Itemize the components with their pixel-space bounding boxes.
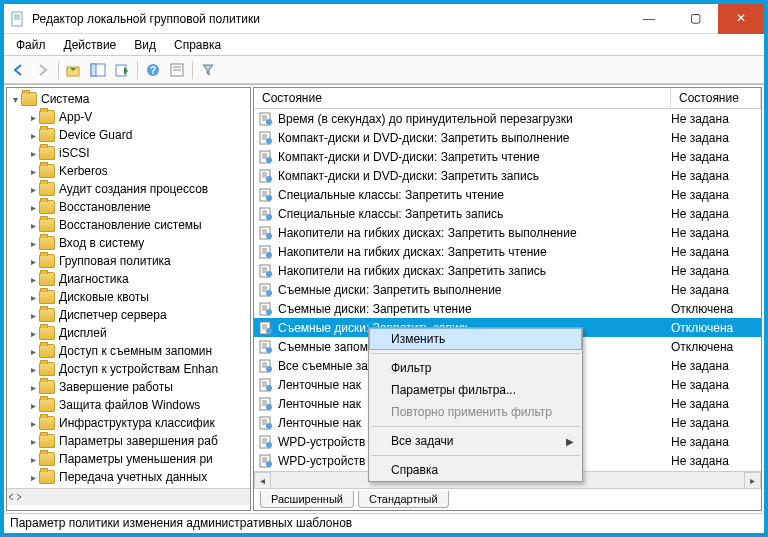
svg-point-77 xyxy=(266,347,272,353)
tree-item[interactable]: ▸Диспетчер сервера xyxy=(7,306,250,324)
context-menu: ИзменитьФильтрПараметры фильтра...Повтор… xyxy=(368,327,583,482)
filter-icon[interactable] xyxy=(197,59,219,81)
svg-rect-6 xyxy=(91,64,96,76)
policy-icon xyxy=(258,130,274,146)
tree-item[interactable]: ▸Восстановление системы xyxy=(7,216,250,234)
tree-label: Параметры завершения раб xyxy=(59,434,218,448)
close-button[interactable]: ✕ xyxy=(718,4,764,34)
up-folder-icon[interactable] xyxy=(63,59,85,81)
list-row[interactable]: Компакт-диски и DVD-диски: Запретить вып… xyxy=(254,128,761,147)
svg-point-67 xyxy=(266,309,272,315)
list-row[interactable]: Специальные классы: Запретить записьНе з… xyxy=(254,204,761,223)
list-row[interactable]: Накопители на гибких дисках: Запретить з… xyxy=(254,261,761,280)
cell-state: Не задана xyxy=(671,188,761,202)
svg-point-87 xyxy=(266,385,272,391)
tree-item[interactable]: ▸Групповая политика xyxy=(7,252,250,270)
list-row[interactable]: Время (в секундах) до принудительной пер… xyxy=(254,109,761,128)
cell-name: Специальные классы: Запретить чтение xyxy=(278,188,663,202)
tree-label: Аудит создания процессов xyxy=(59,182,208,196)
context-menu-item[interactable]: Изменить xyxy=(369,328,582,350)
folder-icon xyxy=(39,182,55,196)
svg-point-47 xyxy=(266,233,272,239)
menu-help[interactable]: Справка xyxy=(166,36,229,54)
tree-label: Система xyxy=(41,92,89,106)
tree-label: App-V xyxy=(59,110,92,124)
policy-icon xyxy=(258,453,274,469)
help-icon[interactable]: ? xyxy=(142,59,164,81)
policy-icon xyxy=(258,434,274,450)
titlebar: Редактор локальной групповой политики — … xyxy=(4,4,764,34)
tree-item[interactable]: ▸iSCSI xyxy=(7,144,250,162)
folder-icon xyxy=(21,92,37,106)
export-list-icon[interactable] xyxy=(111,59,133,81)
detail-tabs: Расширенный Стандартный xyxy=(254,488,761,510)
context-menu-item[interactable]: Справка xyxy=(369,459,582,481)
tree-item[interactable]: ▸Параметры уменьшения ри xyxy=(7,450,250,468)
app-icon xyxy=(10,11,26,27)
back-icon[interactable] xyxy=(8,59,30,81)
svg-point-82 xyxy=(266,366,272,372)
list-row[interactable]: Компакт-диски и DVD-диски: Запретить зап… xyxy=(254,166,761,185)
tree-item[interactable]: ▸Параметры завершения раб xyxy=(7,432,250,450)
column-header-name[interactable]: Состояние xyxy=(254,88,671,108)
context-menu-item[interactable]: Параметры фильтра... xyxy=(369,379,582,401)
tree-item[interactable]: ▸App-V xyxy=(7,108,250,126)
menu-view[interactable]: Вид xyxy=(126,36,164,54)
menu-file[interactable]: Файл xyxy=(8,36,54,54)
context-menu-item[interactable]: Все задачи▶ xyxy=(369,430,582,452)
policy-icon xyxy=(258,225,274,241)
list-row[interactable]: Специальные классы: Запретить чтениеНе з… xyxy=(254,185,761,204)
statusbar: Параметр политики изменения администрати… xyxy=(4,513,764,533)
tree-item[interactable]: ▸Device Guard xyxy=(7,126,250,144)
tree-item[interactable]: ▸Завершение работы xyxy=(7,378,250,396)
tree-item[interactable]: ▸Восстановление xyxy=(7,198,250,216)
tree-item[interactable]: ▸Защита файлов Windows xyxy=(7,396,250,414)
tree-item[interactable]: ▸Аудит создания процессов xyxy=(7,180,250,198)
tree-label: Дисплей xyxy=(59,326,107,340)
folder-icon xyxy=(39,380,55,394)
list-row[interactable]: Съемные диски: Запретить выполнениеНе за… xyxy=(254,280,761,299)
cell-state: Не задана xyxy=(671,169,761,183)
context-menu-item[interactable]: Фильтр xyxy=(369,357,582,379)
tree-label: Параметры уменьшения ри xyxy=(59,452,213,466)
tree-label: Защита файлов Windows xyxy=(59,398,200,412)
properties-icon[interactable] xyxy=(166,59,188,81)
tree-label: Вход в систему xyxy=(59,236,144,250)
folder-icon xyxy=(39,416,55,430)
policy-icon xyxy=(258,206,274,222)
tree-label: Восстановление xyxy=(59,200,151,214)
maximize-button[interactable]: ▢ xyxy=(672,4,718,34)
policy-icon xyxy=(258,396,274,412)
list-row[interactable]: Накопители на гибких дисках: Запретить ч… xyxy=(254,242,761,261)
tree-item[interactable]: ▸Дисплей xyxy=(7,324,250,342)
svg-point-72 xyxy=(266,328,272,334)
show-hide-tree-icon[interactable] xyxy=(87,59,109,81)
tree-pane: ▾Система▸App-V▸Device Guard▸iSCSI▸Kerber… xyxy=(6,87,251,511)
list-row[interactable]: Компакт-диски и DVD-диски: Запретить чте… xyxy=(254,147,761,166)
svg-point-57 xyxy=(266,271,272,277)
tab-extended[interactable]: Расширенный xyxy=(260,491,354,508)
tree-item[interactable]: ▸Инфраструктура классифик xyxy=(7,414,250,432)
context-menu-item: Повторно применить фильтр xyxy=(369,401,582,423)
tree-item[interactable]: ▸Диагностика xyxy=(7,270,250,288)
tree-item[interactable]: ▸Kerberos xyxy=(7,162,250,180)
tree-item[interactable]: ▸Вход в систему xyxy=(7,234,250,252)
tree-root[interactable]: ▾Система xyxy=(7,90,250,108)
list-row[interactable]: Съемные диски: Запретить чтениеОтключена xyxy=(254,299,761,318)
tree-item[interactable]: ▸Передача учетных данных xyxy=(7,468,250,486)
svg-point-62 xyxy=(266,290,272,296)
forward-icon[interactable] xyxy=(32,59,54,81)
tree-item[interactable]: ▸Дисковые квоты xyxy=(7,288,250,306)
tree-item[interactable]: ▸Доступ к съемным запомин xyxy=(7,342,250,360)
tab-standard[interactable]: Стандартный xyxy=(358,491,449,508)
cell-state: Отключена xyxy=(671,340,761,354)
tree-label: Доступ к устройствам Enhan xyxy=(59,362,218,376)
menu-action[interactable]: Действие xyxy=(56,36,125,54)
policy-icon xyxy=(258,358,274,374)
tree-horizontal-scrollbar[interactable] xyxy=(7,488,250,505)
tree-item[interactable]: ▸Доступ к устройствам Enhan xyxy=(7,360,250,378)
column-header-state[interactable]: Состояние xyxy=(671,88,761,108)
minimize-button[interactable]: — xyxy=(626,4,672,34)
window-title: Редактор локальной групповой политики xyxy=(32,12,626,26)
list-row[interactable]: Накопители на гибких дисках: Запретить в… xyxy=(254,223,761,242)
